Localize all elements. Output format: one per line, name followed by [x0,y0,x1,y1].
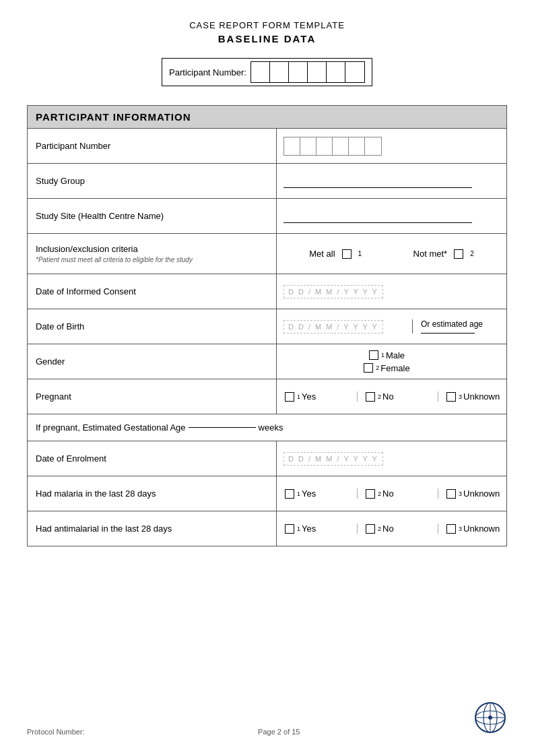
pn-table-box-5[interactable] [349,137,365,155]
estimated-age-label: Or estimated age [421,319,483,329]
label-study-group: Study Group [28,164,277,198]
label-participant-number: Participant Number [28,129,277,163]
pn-box-2[interactable] [270,62,289,82]
label-had-malaria: Had malaria in the last 28 days [28,476,277,511]
participant-number-label: Participant Number: [169,67,246,77]
checkbox-antimalarial-unknown[interactable] [446,524,456,534]
study-site-field[interactable] [283,210,472,223]
inclusion-not-met: Not met* 2 [413,249,474,259]
pn-box-6[interactable] [345,62,364,82]
content-gender: 1 Male 2 Female [277,344,506,379]
dob-date-section: D D / M M / Y Y Y Y [277,315,412,339]
row-date-of-birth: Date of Birth D D / M M / Y Y Y Y Or est… [28,309,506,344]
gestational-age-field[interactable] [189,427,256,428]
label-inclusion-exclusion: Inclusion/exclusion criteria *Patient mu… [28,234,277,274]
row-study-group: Study Group [28,163,506,198]
page-title: CASE REPORT FORM TEMPLATE [27,20,507,30]
content-had-antimalarial: 1 Yes 2 No 3 Unknown [277,511,519,546]
row-inclusion-exclusion: Inclusion/exclusion criteria *Patient mu… [28,233,506,274]
content-inclusion-exclusion: Met all 1 Not met* 2 [277,234,506,274]
top-participant-number-row: Participant Number: [27,58,507,86]
row-had-malaria: Had malaria in the last 28 days 1 Yes 2 … [28,476,506,511]
content-date-informed-consent: D D / M M / Y Y Y Y [277,274,506,309]
row-gender: Gender 1 Male 2 Female [28,344,506,379]
date-informed-consent-field[interactable]: D D / M M / Y Y Y Y [283,285,383,298]
label-gender: Gender [28,344,277,379]
row-date-enrolment: Date of Enrolment D D / M M / Y Y Y Y [28,441,506,476]
pn-table-box-3[interactable] [316,137,333,155]
dob-estimated-section: Or estimated age [412,319,506,334]
page: CASE REPORT FORM TEMPLATE BASELINE DATA … [0,0,534,756]
malaria-yes: 1 Yes [277,489,358,499]
checkbox-not-met[interactable] [454,249,463,259]
row-had-antimalarial: Had antimalarial in the last 28 days 1 Y… [28,511,506,546]
pn-table-boxes [283,137,382,156]
label-had-antimalarial: Had antimalarial in the last 28 days [28,511,277,546]
checkbox-malaria-no[interactable] [366,489,375,499]
content-study-site [277,199,506,233]
checkbox-antimalarial-no[interactable] [366,524,375,534]
label-pregnant: Pregnant [28,379,277,414]
content-date-enrolment: D D / M M / Y Y Y Y [277,441,506,476]
pn-table-box-1[interactable] [284,137,300,155]
checkbox-pregnant-yes[interactable] [285,392,294,402]
pregnant-unknown: 3 Unknown [438,391,519,402]
participant-information-section: PARTICIPANT INFORMATION Participant Numb… [27,105,507,546]
pregnant-options: 1 Yes 2 No 3 Unknown [277,391,519,402]
pregnant-no: 2 No [358,391,438,402]
checkbox-malaria-unknown[interactable] [446,489,456,499]
pn-box-1[interactable] [251,62,270,82]
malaria-options: 1 Yes 2 No 3 Unknown [277,489,519,499]
malaria-no: 2 No [358,489,438,499]
pn-table-box-4[interactable] [333,137,349,155]
checkbox-pregnant-no[interactable] [366,392,375,402]
page-footer: Protocol Number: Page 2 of 15 [27,701,507,736]
gender-male: 1 Male [369,350,405,360]
pregnant-yes: 1 Yes [277,391,358,402]
participant-number-outer: Participant Number: [162,58,372,86]
date-of-birth-field[interactable]: D D / M M / Y Y Y Y [283,320,383,334]
checkbox-antimalarial-yes[interactable] [285,524,294,534]
participant-number-boxes [251,61,365,83]
row-study-site: Study Site (Health Centre Name) [28,198,506,233]
malaria-unknown: 3 Unknown [438,489,519,499]
content-pregnant: 1 Yes 2 No 3 Unknown [277,379,519,414]
footer-logo [473,701,507,736]
antimalarial-options: 1 Yes 2 No 3 Unknown [277,524,519,534]
pn-box-3[interactable] [289,62,308,82]
content-study-group [277,164,506,198]
inclusion-met-all: Met all 1 [309,249,362,259]
checkbox-met-all[interactable] [342,249,352,259]
content-had-malaria: 1 Yes 2 No 3 Unknown [277,476,519,511]
estimated-age-field[interactable] [421,333,475,334]
checkbox-pregnant-unknown[interactable] [446,392,456,402]
date-enrolment-field[interactable]: D D / M M / Y Y Y Y [283,452,383,466]
checkbox-female[interactable] [364,363,373,373]
gender-female: 2 Female [364,363,409,373]
antimalarial-yes: 1 Yes [277,524,358,534]
page-header: CASE REPORT FORM TEMPLATE BASELINE DATA [27,20,507,44]
row-date-informed-consent: Date of Informed Consent D D / M M / Y Y… [28,274,506,309]
page-info: Page 2 of 15 [258,728,300,736]
study-group-field[interactable] [283,175,472,188]
row-gestational-age: If pregnant, Estimated Gestational Age w… [28,414,506,441]
label-date-informed-consent: Date of Informed Consent [28,274,277,309]
section-title: PARTICIPANT INFORMATION [28,106,506,128]
antimalarial-unknown: 3 Unknown [438,524,519,534]
antimalarial-no: 2 No [358,524,438,534]
pn-box-5[interactable] [327,62,345,82]
pn-table-box-2[interactable] [300,137,316,155]
pn-box-4[interactable] [308,62,327,82]
page-subtitle: BASELINE DATA [27,33,507,44]
content-participant-number [277,129,506,163]
protocol-number: Protocol Number: [27,728,85,736]
content-date-of-birth: D D / M M / Y Y Y Y Or estimated age [277,309,506,344]
checkbox-male[interactable] [369,350,378,360]
pn-table-box-6[interactable] [365,137,381,155]
row-pregnant: Pregnant 1 Yes 2 No 3 [28,379,506,414]
label-study-site: Study Site (Health Centre Name) [28,199,277,233]
label-date-enrolment: Date of Enrolment [28,441,277,476]
checkbox-malaria-yes[interactable] [285,489,294,499]
label-date-of-birth: Date of Birth [28,309,277,344]
row-participant-number: Participant Number [28,128,506,163]
